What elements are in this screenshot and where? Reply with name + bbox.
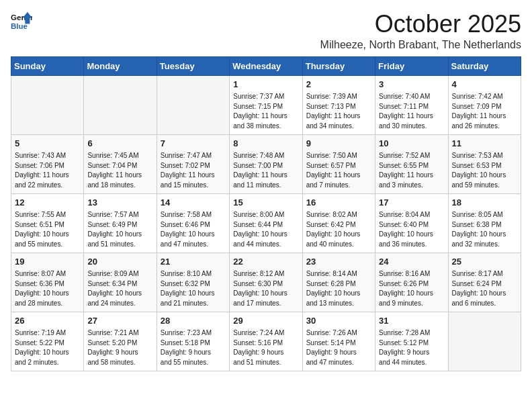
day-info: Sunrise: 7:50 AM Sunset: 6:57 PM Dayligh… [306,151,372,190]
calendar-cell: 15Sunrise: 8:00 AM Sunset: 6:44 PM Dayli… [230,193,302,253]
day-number: 13 [87,197,153,210]
calendar-cell [11,75,84,134]
calendar-cell: 6Sunrise: 7:45 AM Sunset: 7:04 PM Daylig… [84,134,157,193]
calendar-cell: 30Sunrise: 7:26 AM Sunset: 5:14 PM Dayli… [302,312,375,371]
day-info: Sunrise: 7:42 AM Sunset: 7:09 PM Dayligh… [452,92,518,131]
calendar-cell: 28Sunrise: 7:23 AM Sunset: 5:18 PM Dayli… [157,312,229,371]
calendar-cell: 1Sunrise: 7:37 AM Sunset: 7:15 PM Daylig… [230,75,302,134]
day-info: Sunrise: 7:45 AM Sunset: 7:04 PM Dayligh… [87,151,153,190]
day-number: 7 [161,138,226,150]
calendar-cell: 10Sunrise: 7:52 AM Sunset: 6:55 PM Dayli… [375,134,448,193]
day-number: 16 [306,197,372,210]
day-info: Sunrise: 8:10 AM Sunset: 6:32 PM Dayligh… [161,269,226,308]
calendar-cell: 26Sunrise: 7:19 AM Sunset: 5:22 PM Dayli… [11,312,84,371]
day-number: 30 [306,315,372,328]
calendar-cell: 8Sunrise: 7:48 AM Sunset: 7:00 PM Daylig… [230,134,302,193]
calendar-table: SundayMondayTuesdayWednesdayThursdayFrid… [11,56,521,371]
day-number: 26 [15,315,81,328]
day-number: 23 [306,256,372,269]
day-info: Sunrise: 7:21 AM Sunset: 5:20 PM Dayligh… [87,328,153,367]
calendar-cell [84,75,157,134]
day-info: Sunrise: 8:04 AM Sunset: 6:40 PM Dayligh… [379,210,445,249]
day-number: 28 [161,315,226,328]
calendar-cell: 22Sunrise: 8:12 AM Sunset: 6:30 PM Dayli… [230,253,302,312]
logo-icon: General Blue [11,11,32,32]
day-number: 18 [452,197,518,210]
day-number: 6 [87,138,153,150]
page-header: General Blue October 2025 Milheeze, Nort… [11,11,521,51]
day-number: 1 [233,79,299,91]
day-number: 24 [379,256,445,269]
day-info: Sunrise: 7:43 AM Sunset: 7:06 PM Dayligh… [15,151,81,190]
day-number: 3 [379,79,445,91]
day-info: Sunrise: 8:17 AM Sunset: 6:24 PM Dayligh… [452,269,518,308]
day-number: 5 [15,138,81,150]
day-info: Sunrise: 8:02 AM Sunset: 6:42 PM Dayligh… [306,210,372,249]
day-number: 4 [452,79,518,91]
calendar-cell: 12Sunrise: 7:55 AM Sunset: 6:51 PM Dayli… [11,193,84,253]
day-number: 22 [233,256,299,269]
calendar-cell: 25Sunrise: 8:17 AM Sunset: 6:24 PM Dayli… [448,253,521,312]
day-number: 20 [87,256,153,269]
day-number: 2 [306,79,372,91]
day-number: 27 [87,315,153,328]
calendar-cell: 11Sunrise: 7:53 AM Sunset: 6:53 PM Dayli… [448,134,521,193]
day-info: Sunrise: 7:57 AM Sunset: 6:49 PM Dayligh… [87,210,153,249]
day-info: Sunrise: 8:16 AM Sunset: 6:26 PM Dayligh… [379,269,445,308]
calendar-cell: 31Sunrise: 7:28 AM Sunset: 5:12 PM Dayli… [375,312,448,371]
calendar-cell: 27Sunrise: 7:21 AM Sunset: 5:20 PM Dayli… [84,312,157,371]
day-info: Sunrise: 7:19 AM Sunset: 5:22 PM Dayligh… [15,328,81,367]
calendar-cell: 24Sunrise: 8:16 AM Sunset: 6:26 PM Dayli… [375,253,448,312]
weekday-header-tuesday: Tuesday [157,56,229,75]
weekday-header-wednesday: Wednesday [230,56,302,75]
day-info: Sunrise: 7:28 AM Sunset: 5:12 PM Dayligh… [379,328,445,367]
day-info: Sunrise: 7:26 AM Sunset: 5:14 PM Dayligh… [306,328,372,367]
day-info: Sunrise: 7:53 AM Sunset: 6:53 PM Dayligh… [452,151,518,190]
day-info: Sunrise: 7:48 AM Sunset: 7:00 PM Dayligh… [233,151,299,190]
day-info: Sunrise: 7:37 AM Sunset: 7:15 PM Dayligh… [233,92,299,131]
calendar-cell: 9Sunrise: 7:50 AM Sunset: 6:57 PM Daylig… [302,134,375,193]
day-number: 10 [379,138,445,150]
day-info: Sunrise: 8:07 AM Sunset: 6:36 PM Dayligh… [15,269,81,308]
day-number: 8 [233,138,299,150]
calendar-cell [157,75,229,134]
day-number: 29 [233,315,299,328]
day-number: 17 [379,197,445,210]
calendar-cell: 5Sunrise: 7:43 AM Sunset: 7:06 PM Daylig… [11,134,84,193]
calendar-cell: 14Sunrise: 7:58 AM Sunset: 6:46 PM Dayli… [157,193,229,253]
day-number: 25 [452,256,518,269]
weekday-header-friday: Friday [375,56,448,75]
calendar-cell: 13Sunrise: 7:57 AM Sunset: 6:49 PM Dayli… [84,193,157,253]
month-title: October 2025 [320,11,521,38]
weekday-header-monday: Monday [84,56,157,75]
day-info: Sunrise: 7:39 AM Sunset: 7:13 PM Dayligh… [306,92,372,131]
day-info: Sunrise: 8:09 AM Sunset: 6:34 PM Dayligh… [87,269,153,308]
day-number: 19 [15,256,81,269]
title-block: October 2025 Milheeze, North Brabant, Th… [320,11,521,51]
day-info: Sunrise: 7:24 AM Sunset: 5:16 PM Dayligh… [233,328,299,367]
day-info: Sunrise: 8:00 AM Sunset: 6:44 PM Dayligh… [233,210,299,249]
day-number: 9 [306,138,372,150]
calendar-cell: 21Sunrise: 8:10 AM Sunset: 6:32 PM Dayli… [157,253,229,312]
calendar-cell: 29Sunrise: 7:24 AM Sunset: 5:16 PM Dayli… [230,312,302,371]
calendar-cell: 18Sunrise: 8:05 AM Sunset: 6:38 PM Dayli… [448,193,521,253]
weekday-header-thursday: Thursday [302,56,375,75]
day-info: Sunrise: 8:05 AM Sunset: 6:38 PM Dayligh… [452,210,518,249]
calendar-cell: 7Sunrise: 7:47 AM Sunset: 7:02 PM Daylig… [157,134,229,193]
weekday-header-saturday: Saturday [448,56,521,75]
day-number: 14 [161,197,226,210]
day-info: Sunrise: 8:12 AM Sunset: 6:30 PM Dayligh… [233,269,299,308]
calendar-cell: 2Sunrise: 7:39 AM Sunset: 7:13 PM Daylig… [302,75,375,134]
calendar-cell: 4Sunrise: 7:42 AM Sunset: 7:09 PM Daylig… [448,75,521,134]
calendar-cell: 23Sunrise: 8:14 AM Sunset: 6:28 PM Dayli… [302,253,375,312]
day-number: 15 [233,197,299,210]
calendar-cell: 16Sunrise: 8:02 AM Sunset: 6:42 PM Dayli… [302,193,375,253]
calendar-week-row: 19Sunrise: 8:07 AM Sunset: 6:36 PM Dayli… [11,253,521,312]
logo: General Blue [11,11,32,32]
day-info: Sunrise: 7:55 AM Sunset: 6:51 PM Dayligh… [15,210,81,249]
calendar-week-row: 1Sunrise: 7:37 AM Sunset: 7:15 PM Daylig… [11,75,521,134]
day-info: Sunrise: 7:58 AM Sunset: 6:46 PM Dayligh… [161,210,226,249]
calendar-cell [448,312,521,371]
calendar-week-row: 26Sunrise: 7:19 AM Sunset: 5:22 PM Dayli… [11,312,521,371]
day-info: Sunrise: 7:23 AM Sunset: 5:18 PM Dayligh… [161,328,226,367]
